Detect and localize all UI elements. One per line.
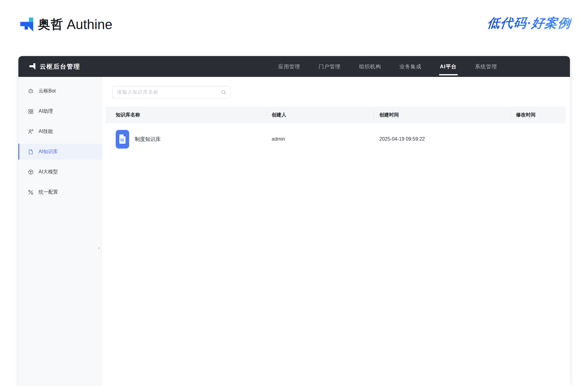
sidebar-item-ai-large-model[interactable]: AI大模型 xyxy=(18,164,102,180)
sidebar-item-label: AI助理 xyxy=(39,108,53,115)
sidebar-item-label: 云枢Bot xyxy=(39,88,56,94)
sidebar: 云枢Bot AI助理 AI技能 xyxy=(18,77,102,386)
brand-name-cn: 奥哲 xyxy=(38,16,64,33)
column-header-name: 知识库名称 xyxy=(106,112,266,118)
authine-logo-icon xyxy=(19,17,35,32)
cell-created-time: 2025-04-19 09:59:22 xyxy=(374,136,510,142)
nav-item-system-management[interactable]: 系统管理 xyxy=(475,56,497,77)
app-logo: 云枢后台管理 xyxy=(29,62,80,71)
app-header: 云枢后台管理 应用管理 门户管理 组织机构 业务集成 AI平台 系统管理 xyxy=(18,56,570,77)
slogan-text: 低代码·好案例 xyxy=(486,15,572,32)
top-nav: 应用管理 门户管理 组织机构 业务集成 AI平台 系统管理 xyxy=(278,56,497,77)
app-body: 云枢Bot AI助理 AI技能 xyxy=(18,77,570,386)
config-icon xyxy=(28,189,34,195)
main-content: 请输入知识库名称 知识库名称 创建人 创建时间 修改时间 xyxy=(102,77,570,386)
column-header-creator: 创建人 xyxy=(266,112,374,118)
model-icon xyxy=(28,169,34,175)
search-input[interactable]: 请输入知识库名称 xyxy=(112,86,230,98)
grid-icon xyxy=(28,108,34,114)
search-placeholder: 请输入知识库名称 xyxy=(117,89,221,96)
knowledge-base-name[interactable]: 制度知识库 xyxy=(135,136,161,143)
sidebar-item-label: AI知识库 xyxy=(39,149,58,155)
nav-item-app-management[interactable]: 应用管理 xyxy=(278,56,300,77)
nav-item-portal-management[interactable]: 门户管理 xyxy=(319,56,341,77)
sidebar-item-label: 统一配置 xyxy=(39,189,58,195)
skill-icon xyxy=(28,129,34,134)
sidebar-item-unified-config[interactable]: 统一配置 xyxy=(18,184,102,200)
file-icon xyxy=(119,134,126,144)
nav-item-ai-platform[interactable]: AI平台 xyxy=(440,56,457,77)
document-icon xyxy=(28,149,34,155)
robot-icon xyxy=(28,88,34,94)
column-header-created-time: 创建时间 xyxy=(374,112,510,118)
page: 奥哲 Authine 低代码·好案例 云枢后台管理 应用管理 门户管理 组织机构… xyxy=(0,0,588,386)
nav-item-organization[interactable]: 组织机构 xyxy=(359,56,381,77)
sidebar-item-label: AI技能 xyxy=(39,128,53,135)
app-title: 云枢后台管理 xyxy=(40,62,80,71)
table-row[interactable]: 制度知识库 admin 2025-04-19 09:59:22 xyxy=(106,123,566,155)
brand-logo: 奥哲 Authine xyxy=(19,16,112,33)
brand-name-en: Authine xyxy=(67,17,112,32)
knowledge-base-table: 知识库名称 创建人 创建时间 修改时间 xyxy=(106,107,566,155)
knowledge-base-icon xyxy=(116,130,129,149)
search-icon[interactable] xyxy=(221,90,226,95)
sidebar-item-ai-knowledge-base[interactable]: AI知识库 xyxy=(18,144,102,160)
sidebar-item-yunshu-bot[interactable]: 云枢Bot xyxy=(18,83,102,99)
nav-item-business-integration[interactable]: 业务集成 xyxy=(399,56,421,77)
sidebar-item-ai-skill[interactable]: AI技能 xyxy=(18,123,102,139)
cell-creator: admin xyxy=(266,136,374,142)
table-header: 知识库名称 创建人 创建时间 修改时间 xyxy=(106,107,566,123)
app-logo-icon xyxy=(29,63,36,70)
column-header-modified-time: 修改时间 xyxy=(511,112,566,118)
app-window: 云枢后台管理 应用管理 门户管理 组织机构 业务集成 AI平台 系统管理 xyxy=(18,56,570,386)
cell-knowledge-base-name: 制度知识库 xyxy=(106,130,266,149)
sidebar-item-label: AI大模型 xyxy=(39,169,58,175)
sidebar-item-ai-assistant[interactable]: AI助理 xyxy=(18,103,102,119)
search-row: 请输入知识库名称 xyxy=(102,77,570,98)
